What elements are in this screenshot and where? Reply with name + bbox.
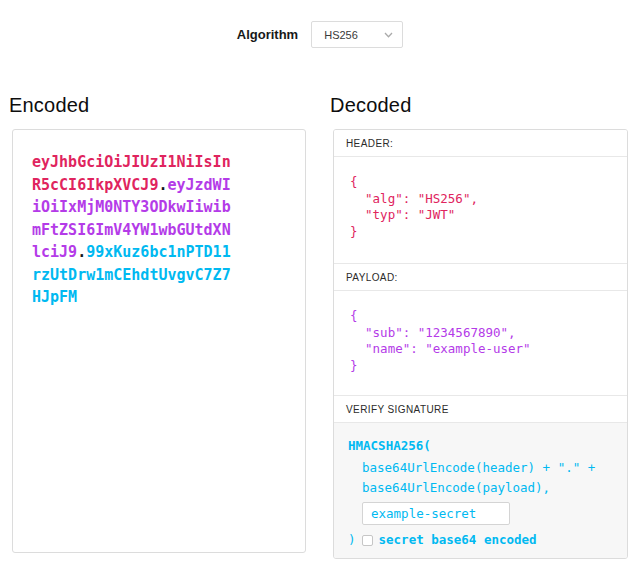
header-json-editor[interactable]: { "alg": "HS256", "typ": "JWT" } [334, 157, 627, 263]
debugger-columns: Encoded eyJhbGciOiJIUzI1NiIsInR5cCI6IkpX… [12, 48, 628, 559]
header-section-label: HEADER: [334, 130, 627, 157]
secret-input[interactable] [362, 502, 510, 525]
secret-base64-label[interactable]: secret base64 encoded [379, 530, 537, 550]
token-separator: . [77, 243, 86, 261]
signature-encode-payload-line: base64UrlEncode(payload), [362, 478, 613, 498]
decoded-column: Decoded HEADER: { "alg": "HS256", "typ":… [333, 48, 628, 559]
payload-json-editor[interactable]: { "sub": "1234567890", "name": "example-… [334, 291, 627, 395]
jwt-token[interactable]: eyJhbGciOiJIUzI1NiIsInR5cCI6IkpXVCJ9.eyJ… [32, 151, 231, 309]
payload-section-label: PAYLOAD: [334, 263, 627, 291]
algorithm-select[interactable]: HS256 [311, 21, 403, 48]
signature-close-paren: ) [348, 530, 356, 550]
decoded-panel: HEADER: { "alg": "HS256", "typ": "JWT" }… [333, 129, 628, 559]
secret-base64-checkbox[interactable] [362, 535, 373, 546]
encoded-heading: Encoded [9, 94, 306, 117]
verify-signature-body: HMACSHA256( base64UrlEncode(header) + ".… [334, 423, 627, 559]
chevron-down-icon [384, 32, 393, 38]
algorithm-label: Algorithm [237, 27, 298, 42]
encoded-column: Encoded eyJhbGciOiJIUzI1NiIsInR5cCI6IkpX… [12, 48, 306, 559]
verify-signature-section-label: VERIFY SIGNATURE [334, 395, 627, 423]
signature-encode-header-line: base64UrlEncode(header) + "." + [362, 458, 613, 478]
signature-close-row: ) secret base64 encoded [348, 530, 613, 550]
algorithm-bar: Algorithm HS256 [0, 0, 640, 48]
encoded-token-editor[interactable]: eyJhbGciOiJIUzI1NiIsInR5cCI6IkpXVCJ9.eyJ… [12, 129, 306, 553]
signature-function-line: HMACSHA256( [348, 436, 613, 456]
decoded-heading: Decoded [330, 94, 628, 117]
algorithm-selected-value: HS256 [324, 29, 358, 41]
